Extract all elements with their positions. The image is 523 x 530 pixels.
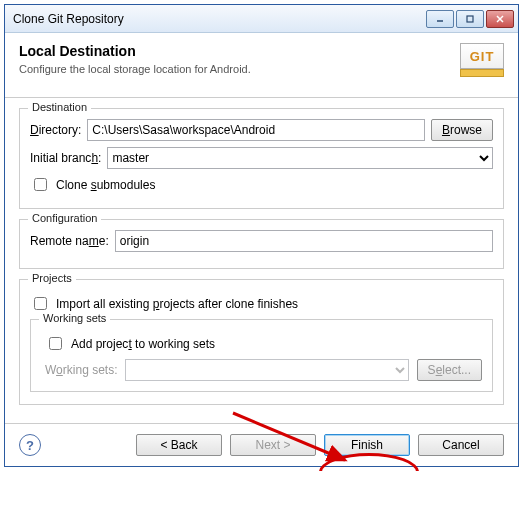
working-sets-select: [125, 359, 408, 381]
import-projects-checkbox[interactable]: [34, 297, 47, 310]
page-title: Local Destination: [19, 43, 251, 59]
destination-legend: Destination: [28, 101, 91, 113]
finish-button[interactable]: Finish: [324, 434, 410, 456]
page-subtitle: Configure the local storage location for…: [19, 63, 251, 75]
add-to-working-sets-checkbox[interactable]: [49, 337, 62, 350]
wizard-header: Local Destination Configure the local st…: [5, 33, 518, 98]
content-area: Destination Directory: Browse Initial br…: [5, 98, 518, 423]
cancel-button[interactable]: Cancel: [418, 434, 504, 456]
configuration-group: Configuration Remote name:: [19, 219, 504, 269]
import-projects-label: Import all existing projects after clone…: [56, 297, 298, 311]
remote-name-label: Remote name:: [30, 234, 109, 248]
directory-label: Directory:: [30, 123, 81, 137]
remote-name-input[interactable]: [115, 230, 493, 252]
configuration-legend: Configuration: [28, 212, 101, 224]
footer: ? < Back Next > Finish Cancel: [5, 423, 518, 466]
maximize-button[interactable]: [456, 10, 484, 28]
select-working-sets-button: Select...: [417, 359, 482, 381]
back-button[interactable]: < Back: [136, 434, 222, 456]
git-icon: GIT: [456, 43, 504, 83]
window-buttons: [426, 10, 514, 28]
add-to-working-sets-label: Add project to working sets: [71, 337, 215, 351]
help-button[interactable]: ?: [19, 434, 41, 456]
next-button: Next >: [230, 434, 316, 456]
projects-group: Projects Import all existing projects af…: [19, 279, 504, 405]
initial-branch-select[interactable]: master: [107, 147, 493, 169]
window-title: Clone Git Repository: [13, 12, 426, 26]
directory-input[interactable]: [87, 119, 425, 141]
working-sets-group: Working sets Add project to working sets…: [30, 319, 493, 392]
destination-group: Destination Directory: Browse Initial br…: [19, 108, 504, 209]
svg-rect-1: [467, 16, 473, 22]
working-sets-label: Working sets:: [45, 363, 117, 377]
minimize-button[interactable]: [426, 10, 454, 28]
clone-submodules-label: Clone submodules: [56, 178, 155, 192]
browse-button[interactable]: Browse: [431, 119, 493, 141]
initial-branch-label: Initial branch:: [30, 151, 101, 165]
close-button[interactable]: [486, 10, 514, 28]
titlebar: Clone Git Repository: [5, 5, 518, 33]
dialog-window: Clone Git Repository Local Destination C…: [4, 4, 519, 467]
clone-submodules-checkbox[interactable]: [34, 178, 47, 191]
projects-legend: Projects: [28, 272, 76, 284]
working-sets-legend: Working sets: [39, 312, 110, 324]
